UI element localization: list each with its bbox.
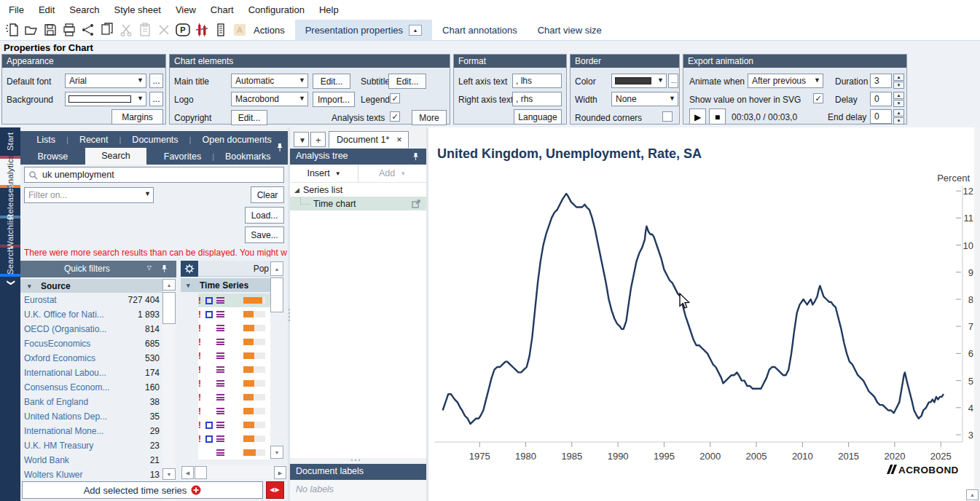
source-row[interactable]: U.K. HM Treasury23 (22, 438, 162, 453)
source-name[interactable]: Bank of England (24, 397, 150, 407)
tab-search[interactable]: Search (85, 148, 146, 165)
share-icon[interactable] (79, 21, 98, 39)
menu-file[interactable]: File (1, 4, 31, 15)
transfer-to-document-button[interactable]: ◀▶ (266, 481, 284, 499)
spin-down-icon[interactable]: ▼ (893, 117, 904, 125)
source-row[interactable]: United Nations Dep...35 (22, 409, 162, 424)
source-name[interactable]: U.K. HM Treasury (24, 441, 150, 451)
filter-on-combo[interactable]: Filter on...▼ (24, 187, 154, 203)
border-color-combo[interactable]: ▼ (611, 74, 667, 88)
time-series-result-row[interactable]: ! (198, 321, 270, 335)
scroll-left-icon[interactable]: ◀ (181, 466, 194, 479)
menu-help[interactable]: Help (312, 4, 346, 15)
scrollbar-thumb[interactable] (270, 277, 283, 312)
sidebar-item-start[interactable]: Start (0, 127, 20, 156)
quick-filters-header[interactable]: Quick filters ▽ (20, 261, 176, 277)
analysis-texts-checkbox[interactable]: ✓ (390, 111, 400, 122)
actions-button[interactable]: Actions (254, 25, 285, 36)
main-title-edit-button[interactable]: Edit... (313, 74, 350, 89)
scroll-down-icon[interactable]: ▼ (270, 446, 283, 459)
source-name[interactable]: Oxford Economics (24, 353, 145, 363)
results-settings-button[interactable] (181, 261, 198, 277)
source-name[interactable]: International Mone... (24, 426, 150, 436)
add-button[interactable]: Add▼ (358, 165, 426, 182)
time-series-result-row[interactable] (198, 446, 270, 459)
scroll-up-icon[interactable]: ▲ (162, 279, 176, 291)
sidebar-item-watchlist[interactable]: Watchlist (0, 218, 20, 245)
source-name[interactable]: FocusEconomics (24, 339, 145, 349)
style-a-icon[interactable]: A (230, 21, 249, 39)
menu-search[interactable]: Search (62, 4, 106, 15)
source-row[interactable]: OECD (Organisatio...814 (22, 322, 162, 336)
source-name[interactable]: United Nations Dep... (24, 411, 150, 422)
more-button[interactable]: More (412, 110, 447, 125)
sidebar-item-search[interactable]: Search (0, 248, 20, 274)
source-name[interactable]: U.K. Office for Nati... (24, 309, 138, 320)
close-icon[interactable]: × (396, 135, 401, 148)
scrollbar-thumb[interactable] (162, 292, 176, 324)
tree-expanded-icon[interactable]: ◢ (294, 186, 299, 194)
menu-view[interactable]: View (168, 4, 203, 15)
document-list-dropdown-button[interactable]: ▼ (294, 132, 309, 147)
duration-input[interactable]: 3 (870, 74, 892, 88)
tree-node-time-chart[interactable]: Time chart (290, 197, 426, 210)
scroll-right-icon[interactable]: ▶ (274, 466, 286, 479)
save-icon[interactable] (41, 21, 60, 39)
time-series-result-row[interactable]: ! (198, 432, 270, 446)
splitter-handle[interactable] (351, 459, 360, 461)
scroll-up-icon[interactable]: ▲ (270, 261, 283, 276)
expand-chevron-icon[interactable]: ❯ (4, 272, 16, 293)
save-button[interactable]: Save... (245, 226, 284, 243)
source-name[interactable]: OECD (Organisatio... (24, 324, 145, 334)
analytics-bars-icon[interactable] (192, 21, 211, 39)
language-button[interactable]: Language (514, 109, 562, 125)
sidebar-item-analytics[interactable]: Analytics (0, 159, 20, 185)
results-column-header[interactable]: Pop (198, 261, 270, 277)
tab-bookmarks[interactable]: Bookmarks (221, 149, 275, 165)
scrollbar-thumb[interactable] (195, 466, 207, 479)
new-document-icon[interactable] (3, 21, 22, 39)
tab-favorites[interactable]: Favorites (160, 149, 205, 165)
search-input[interactable]: uk unemployment (24, 167, 284, 183)
source-name[interactable]: World Bank (24, 455, 150, 465)
source-row[interactable]: Bank of England38 (22, 395, 162, 409)
time-series-result-row[interactable]: ! (198, 307, 270, 321)
source-row[interactable]: International Labou...174 (22, 366, 162, 380)
copy-icon[interactable] (98, 21, 117, 39)
document-list-icon[interactable] (211, 21, 230, 39)
open-in-window-icon[interactable] (412, 200, 420, 208)
source-row[interactable]: Oxford Economics530 (22, 351, 162, 366)
collapse-panel-button[interactable]: ▲ (409, 25, 422, 36)
time-series-result-row[interactable]: ! (198, 293, 270, 307)
tab-lists[interactable]: Lists (32, 132, 60, 148)
delay-input[interactable]: 0 (870, 92, 892, 106)
chart-document[interactable]: United Kingdom, Unemployment, Rate, SAPe… (428, 127, 974, 501)
source-row[interactable]: FocusEconomics685 (22, 336, 162, 351)
default-font-combo[interactable]: Arial▼ (65, 74, 146, 88)
play-button[interactable]: ▶ (689, 109, 706, 125)
logo-import-button[interactable]: Import... (313, 92, 355, 107)
subtitle-edit-button[interactable]: Edit... (388, 74, 426, 89)
source-row[interactable]: Wolters Kluwer13 (22, 468, 162, 482)
new-document-tab-button[interactable]: + (310, 132, 326, 147)
spin-down-icon[interactable]: ▼ (893, 82, 904, 89)
source-row[interactable]: International Mone...29 (22, 424, 162, 438)
scroll-down-icon[interactable]: ▼ (162, 468, 176, 480)
add-selected-time-series-button[interactable]: Add selected time series (22, 481, 263, 499)
source-name[interactable]: Wolters Kluwer (24, 470, 150, 480)
tree-node-series-list[interactable]: ◢ Series list (290, 183, 426, 197)
copyright-edit-button[interactable]: Edit... (231, 110, 267, 125)
margins-button[interactable]: Margins (111, 109, 163, 125)
time-series-result-row[interactable]: ! (198, 363, 270, 376)
background-color-combo[interactable]: ▼ (65, 92, 146, 106)
border-width-combo[interactable]: None▼ (611, 92, 678, 106)
window-scrollbar[interactable] (974, 127, 980, 501)
select-checkbox-icon[interactable] (205, 297, 213, 304)
chart-view-size-tab[interactable]: Chart view size (528, 20, 612, 40)
left-axis-text-input[interactable]: , lhs (512, 74, 562, 88)
time-series-result-row[interactable]: ! (198, 335, 270, 349)
load-button[interactable]: Load... (245, 207, 284, 224)
tab-open-documents[interactable]: Open documents (197, 132, 275, 148)
time-series-result-row[interactable]: ! (198, 418, 270, 432)
results-group-header[interactable]: ▾ Time Series (181, 278, 270, 292)
